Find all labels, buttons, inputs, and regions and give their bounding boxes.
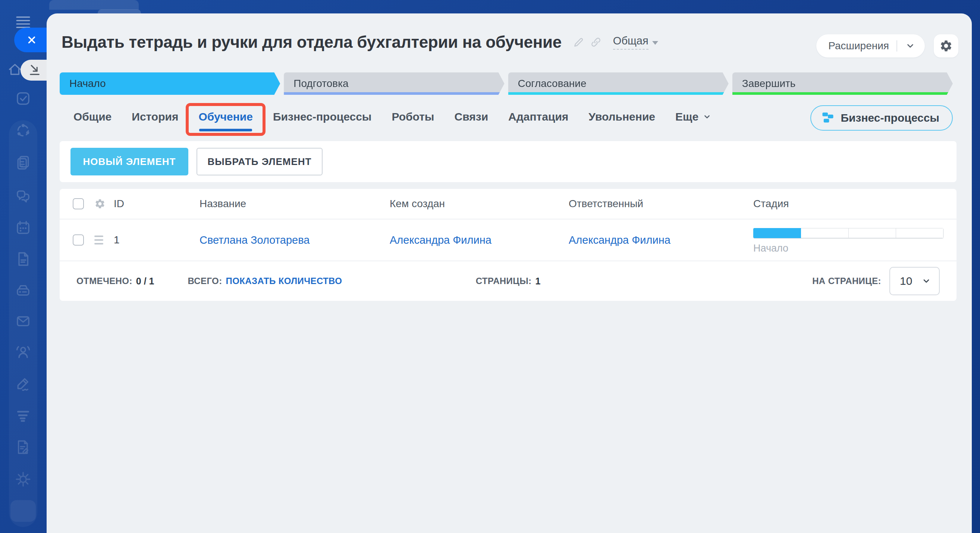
chevron-down-icon	[905, 40, 916, 51]
business-processes-button[interactable]: Бизнес-процессы	[810, 105, 953, 131]
table-row: 1 Светлана Золотарева Александра Филина …	[60, 219, 956, 261]
grid-header-row: ID Название Кем создан Ответственный Ста…	[60, 189, 956, 219]
per-page-label: НА СТРАНИЦЕ:	[812, 276, 881, 286]
tasks-check-icon	[15, 90, 31, 107]
row-menu-icon[interactable]	[94, 236, 114, 244]
feed-documents-icon	[15, 155, 31, 171]
sidebar-item-mail[interactable]	[9, 313, 37, 329]
background-slider-band	[49, 0, 139, 10]
per-page-value: 10	[900, 275, 912, 287]
sidebar-item-feed[interactable]	[9, 155, 37, 171]
tab-istoriya[interactable]: История	[132, 110, 178, 123]
copy-link-icon[interactable]	[590, 36, 602, 48]
panel-header: Выдать тетрадь и ручки для отдела бухгал…	[47, 13, 972, 57]
sidebar-item-drive[interactable]	[9, 282, 37, 298]
show-count-link[interactable]: ПОКАЗАТЬ КОЛИЧЕСТВО	[226, 276, 342, 286]
sidebar-item-smart-process[interactable]	[9, 439, 37, 455]
per-page-select[interactable]: 10	[889, 267, 940, 295]
stage-progress-segment	[896, 228, 943, 238]
tab-label: Еще	[675, 110, 698, 123]
extensions-button[interactable]: Расширения	[816, 34, 925, 57]
chat-bubbles-icon	[15, 188, 31, 205]
stage-label: Согласование	[518, 78, 587, 89]
stage-progress-label: Начало	[753, 243, 956, 254]
grid-footer: ОТМЕЧЕНО: 0 / 1 ВСЕГО: ПОКАЗАТЬ КОЛИЧЕСТ…	[60, 261, 956, 301]
column-header-stage[interactable]: Стадия	[753, 198, 956, 210]
gear-icon	[939, 39, 953, 53]
sidebar-item-settings[interactable]	[9, 471, 37, 487]
new-element-button[interactable]: НОВЫЙ ЭЛЕМЕНТ	[70, 148, 188, 176]
stage-progress-segment	[801, 228, 848, 238]
document-icon	[15, 251, 31, 267]
stage-label: Подготовка	[293, 78, 348, 89]
cell-stage: Начало	[753, 226, 956, 254]
grid-settings-gear-icon[interactable]	[94, 198, 105, 209]
sidebar-item-chat[interactable]	[9, 188, 37, 205]
settings-button[interactable]	[934, 34, 958, 57]
cell-created-by-link[interactable]: Александра Филина	[390, 234, 569, 246]
stage-label: Начало	[69, 78, 106, 89]
sidebar	[0, 0, 47, 533]
extensions-label: Расширения	[828, 40, 889, 52]
row-checkbox[interactable]	[73, 235, 84, 246]
tab-obuchenie[interactable]: Обучение	[198, 110, 253, 123]
sidebar-item-market[interactable]	[10, 500, 36, 522]
sidebar-item-company[interactable]	[9, 344, 37, 361]
select-all-checkbox[interactable]	[73, 198, 84, 209]
stage-progress-segment	[753, 228, 801, 238]
stage-nachalo[interactable]: Начало	[60, 72, 280, 95]
signature-pen-icon	[15, 376, 31, 393]
tab-uvolnenie[interactable]: Увольнение	[589, 110, 655, 123]
people-icon	[15, 344, 31, 361]
stage-color-underbar	[732, 92, 953, 95]
collapse-arrow-icon	[27, 63, 42, 78]
column-header-name[interactable]: Название	[199, 198, 390, 210]
sidebar-item-sign[interactable]	[9, 376, 37, 393]
tab-obschie[interactable]: Общие	[73, 110, 111, 123]
category-dropdown[interactable]: Общая	[613, 35, 658, 49]
cell-responsible-link[interactable]: Александра Филина	[569, 234, 753, 246]
tab-label: Обучение	[198, 110, 253, 123]
category-label: Общая	[613, 35, 649, 49]
column-header-id[interactable]: ID	[114, 198, 199, 210]
cell-name-link[interactable]: Светлана Золотарева	[199, 234, 390, 246]
stage-progress-bar[interactable]	[753, 228, 943, 238]
stage-bar: Начало Подготовка Согласование Завершить	[60, 72, 953, 95]
column-header-responsible[interactable]: Ответственный	[569, 198, 753, 210]
funnel-bars-icon	[15, 408, 31, 424]
page-title: Выдать тетрадь и ручки для отдела бухгал…	[62, 33, 562, 51]
stage-progress-segment	[849, 228, 896, 238]
stage-zavershit[interactable]: Завершить	[732, 72, 953, 95]
network-nodes-icon	[15, 123, 31, 139]
tab-more[interactable]: Еще	[675, 110, 712, 123]
slider-panel: Выдать тетрадь и ручки для отдела бухгал…	[47, 13, 972, 533]
sidebar-item-tasks[interactable]	[9, 90, 37, 107]
stage-soglasovanie[interactable]: Согласование	[508, 72, 729, 95]
chevron-down-icon	[702, 112, 712, 122]
chevron-down-icon	[921, 276, 932, 286]
mail-icon	[15, 313, 31, 329]
sidebar-item-calendar[interactable]	[9, 219, 37, 236]
toolbar: НОВЫЙ ЭЛЕМЕНТ ВЫБРАТЬ ЭЛЕМЕНТ	[60, 141, 956, 182]
tab-bar: Общие История Обучение Бизнес-процессы Р…	[47, 95, 972, 134]
calendar-icon	[15, 219, 31, 236]
sidebar-item-menu[interactable]	[9, 16, 37, 29]
tab-roboty[interactable]: Роботы	[391, 110, 434, 123]
tab-biznes-processy[interactable]: Бизнес-процессы	[273, 110, 372, 123]
stage-podgotovka[interactable]: Подготовка	[284, 72, 504, 95]
tab-svyazi[interactable]: Связи	[455, 110, 488, 123]
sidebar-item-crm[interactable]	[9, 123, 37, 139]
drive-icon	[15, 282, 31, 298]
stage-label: Завершить	[742, 78, 796, 89]
select-element-button[interactable]: ВЫБРАТЬ ЭЛЕМЕНТ	[197, 148, 323, 176]
stage-color-underbar	[284, 92, 504, 95]
tab-adaptaciya[interactable]: Адаптация	[508, 110, 568, 123]
cell-id: 1	[114, 234, 199, 246]
column-header-created-by[interactable]: Кем создан	[390, 198, 569, 210]
button-divider	[896, 40, 897, 51]
edit-pencil-icon[interactable]	[573, 36, 585, 48]
gear-icon	[15, 471, 31, 487]
sidebar-item-sales[interactable]	[9, 408, 37, 424]
checked-value: 0 / 1	[136, 276, 154, 287]
sidebar-item-documents[interactable]	[9, 251, 37, 267]
